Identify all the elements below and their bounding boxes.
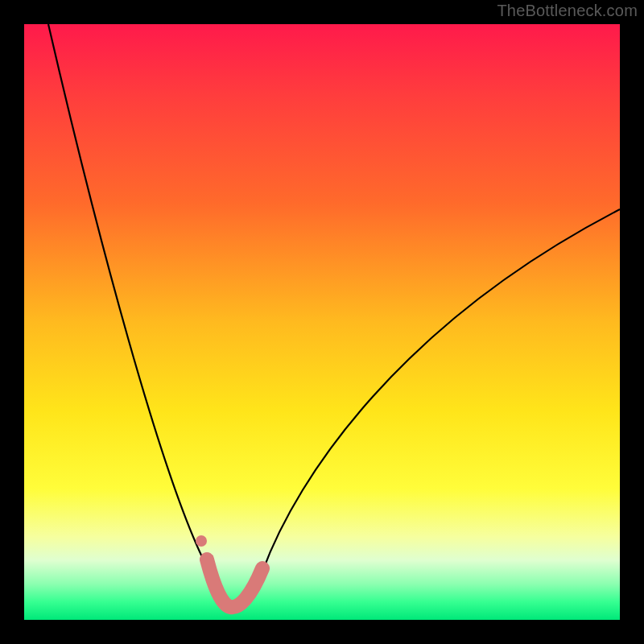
chart-frame: TheBottleneck.com <box>0 0 644 644</box>
plot-area <box>24 24 620 620</box>
highlight-band <box>207 559 262 607</box>
highlight-dot-icon <box>196 535 207 547</box>
bottleneck-curve <box>48 24 620 608</box>
watermark-text: TheBottleneck.com <box>497 2 638 20</box>
bottleneck-curve-svg <box>24 24 620 620</box>
